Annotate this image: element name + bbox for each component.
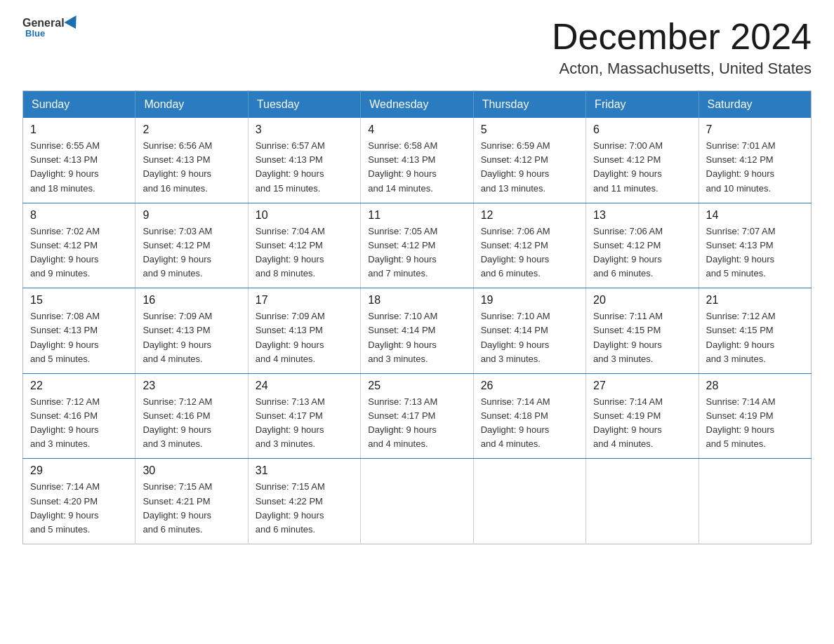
day-number: 4 (368, 123, 465, 136)
day-number: 6 (593, 123, 691, 136)
day-number: 18 (368, 294, 465, 307)
day-number: 22 (30, 380, 128, 392)
day-number: 9 (143, 209, 240, 222)
calendar-day-cell: 14Sunrise: 7:07 AMSunset: 4:13 PMDayligh… (699, 203, 811, 288)
day-info: Sunrise: 7:14 AMSunset: 4:20 PMDaylight:… (30, 480, 128, 537)
day-number: 30 (143, 464, 240, 477)
day-number: 8 (30, 209, 128, 222)
day-info: Sunrise: 7:10 AMSunset: 4:14 PMDaylight:… (368, 309, 465, 366)
day-info: Sunrise: 7:14 AMSunset: 4:19 PMDaylight:… (593, 395, 691, 452)
title-block: December 2024 Acton, Massachusetts, Unit… (552, 17, 812, 78)
logo-triangle-icon (64, 15, 81, 32)
day-info: Sunrise: 7:03 AMSunset: 4:12 PMDaylight:… (143, 224, 240, 281)
calendar-day-cell: 28Sunrise: 7:14 AMSunset: 4:19 PMDayligh… (699, 373, 811, 459)
day-info: Sunrise: 7:15 AMSunset: 4:22 PMDaylight:… (256, 480, 353, 537)
calendar-header-row: SundayMondayTuesdayWednesdayThursdayFrid… (23, 91, 812, 119)
day-info: Sunrise: 6:56 AMSunset: 4:13 PMDaylight:… (143, 139, 240, 196)
day-info: Sunrise: 6:55 AMSunset: 4:13 PMDaylight:… (30, 139, 128, 196)
day-of-week-header: Friday (586, 91, 699, 119)
calendar-day-cell: 24Sunrise: 7:13 AMSunset: 4:17 PMDayligh… (248, 373, 360, 459)
day-number: 2 (143, 123, 240, 136)
calendar-day-cell: 25Sunrise: 7:13 AMSunset: 4:17 PMDayligh… (361, 373, 473, 459)
day-number: 14 (706, 209, 804, 222)
calendar-week-row: 8Sunrise: 7:02 AMSunset: 4:12 PMDaylight… (23, 203, 812, 288)
day-number: 17 (256, 294, 353, 307)
day-number: 20 (593, 294, 691, 307)
day-info: Sunrise: 6:57 AMSunset: 4:13 PMDaylight:… (256, 139, 353, 196)
calendar-day-cell: 3Sunrise: 6:57 AMSunset: 4:13 PMDaylight… (248, 118, 360, 203)
calendar-day-cell: 20Sunrise: 7:11 AMSunset: 4:15 PMDayligh… (586, 288, 699, 374)
day-number: 23 (143, 380, 240, 392)
calendar-day-cell: 23Sunrise: 7:12 AMSunset: 4:16 PMDayligh… (135, 373, 248, 459)
calendar-day-cell (699, 459, 811, 544)
day-number: 31 (256, 464, 353, 477)
calendar-day-cell: 29Sunrise: 7:14 AMSunset: 4:20 PMDayligh… (23, 459, 135, 544)
day-number: 16 (143, 294, 240, 307)
calendar-day-cell: 31Sunrise: 7:15 AMSunset: 4:22 PMDayligh… (248, 459, 360, 544)
day-info: Sunrise: 7:13 AMSunset: 4:17 PMDaylight:… (368, 395, 465, 452)
calendar-day-cell: 17Sunrise: 7:09 AMSunset: 4:13 PMDayligh… (248, 288, 360, 374)
calendar-week-row: 15Sunrise: 7:08 AMSunset: 4:13 PMDayligh… (23, 288, 812, 374)
day-info: Sunrise: 7:08 AMSunset: 4:13 PMDaylight:… (30, 309, 128, 366)
calendar-table: SundayMondayTuesdayWednesdayThursdayFrid… (22, 90, 812, 544)
calendar-day-cell: 2Sunrise: 6:56 AMSunset: 4:13 PMDaylight… (135, 118, 248, 203)
day-info: Sunrise: 6:58 AMSunset: 4:13 PMDaylight:… (368, 139, 465, 196)
day-of-week-header: Saturday (699, 91, 811, 119)
day-of-week-header: Thursday (473, 91, 585, 119)
day-info: Sunrise: 7:05 AMSunset: 4:12 PMDaylight:… (368, 224, 465, 281)
calendar-day-cell: 16Sunrise: 7:09 AMSunset: 4:13 PMDayligh… (135, 288, 248, 374)
day-info: Sunrise: 7:04 AMSunset: 4:12 PMDaylight:… (256, 224, 353, 281)
day-number: 5 (481, 123, 578, 136)
day-info: Sunrise: 6:59 AMSunset: 4:12 PMDaylight:… (481, 139, 578, 196)
day-number: 19 (481, 294, 578, 307)
day-info: Sunrise: 7:06 AMSunset: 4:12 PMDaylight:… (481, 224, 578, 281)
calendar-day-cell: 27Sunrise: 7:14 AMSunset: 4:19 PMDayligh… (586, 373, 699, 459)
calendar-day-cell: 10Sunrise: 7:04 AMSunset: 4:12 PMDayligh… (248, 203, 360, 288)
calendar-day-cell: 26Sunrise: 7:14 AMSunset: 4:18 PMDayligh… (473, 373, 585, 459)
day-info: Sunrise: 7:12 AMSunset: 4:15 PMDaylight:… (706, 309, 804, 366)
day-number: 1 (30, 123, 128, 136)
day-info: Sunrise: 7:09 AMSunset: 4:13 PMDaylight:… (143, 309, 240, 366)
day-info: Sunrise: 7:12 AMSunset: 4:16 PMDaylight:… (30, 395, 128, 452)
calendar-day-cell (586, 459, 699, 544)
day-info: Sunrise: 7:07 AMSunset: 4:13 PMDaylight:… (706, 224, 804, 281)
day-number: 28 (706, 380, 804, 392)
calendar-day-cell: 19Sunrise: 7:10 AMSunset: 4:14 PMDayligh… (473, 288, 585, 374)
day-number: 11 (368, 209, 465, 222)
calendar-day-cell: 4Sunrise: 6:58 AMSunset: 4:13 PMDaylight… (361, 118, 473, 203)
day-number: 13 (593, 209, 691, 222)
day-info: Sunrise: 7:02 AMSunset: 4:12 PMDaylight:… (30, 224, 128, 281)
day-info: Sunrise: 7:09 AMSunset: 4:13 PMDaylight:… (256, 309, 353, 366)
day-number: 21 (706, 294, 804, 307)
day-number: 27 (593, 380, 691, 392)
calendar-week-row: 29Sunrise: 7:14 AMSunset: 4:20 PMDayligh… (23, 459, 812, 544)
day-number: 15 (30, 294, 128, 307)
day-info: Sunrise: 7:12 AMSunset: 4:16 PMDaylight:… (143, 395, 240, 452)
day-number: 3 (256, 123, 353, 136)
calendar-day-cell: 5Sunrise: 6:59 AMSunset: 4:12 PMDaylight… (473, 118, 585, 203)
calendar-day-cell: 15Sunrise: 7:08 AMSunset: 4:13 PMDayligh… (23, 288, 135, 374)
day-of-week-header: Sunday (23, 91, 135, 119)
logo: General Blue (22, 17, 80, 39)
day-number: 12 (481, 209, 578, 222)
day-info: Sunrise: 7:01 AMSunset: 4:12 PMDaylight:… (706, 139, 804, 196)
day-number: 29 (30, 464, 128, 477)
calendar-day-cell: 18Sunrise: 7:10 AMSunset: 4:14 PMDayligh… (361, 288, 473, 374)
day-number: 24 (256, 380, 353, 392)
month-title: December 2024 (552, 17, 812, 57)
calendar-day-cell: 12Sunrise: 7:06 AMSunset: 4:12 PMDayligh… (473, 203, 585, 288)
day-of-week-header: Tuesday (248, 91, 360, 119)
calendar-week-row: 1Sunrise: 6:55 AMSunset: 4:13 PMDaylight… (23, 118, 812, 203)
calendar-day-cell: 11Sunrise: 7:05 AMSunset: 4:12 PMDayligh… (361, 203, 473, 288)
page-header: General Blue December 2024 Acton, Massac… (22, 17, 812, 78)
day-info: Sunrise: 7:11 AMSunset: 4:15 PMDaylight:… (593, 309, 691, 366)
location-title: Acton, Massachusetts, United States (552, 60, 812, 78)
day-info: Sunrise: 7:14 AMSunset: 4:19 PMDaylight:… (706, 395, 804, 452)
day-info: Sunrise: 7:14 AMSunset: 4:18 PMDaylight:… (481, 395, 578, 452)
calendar-day-cell (361, 459, 473, 544)
calendar-day-cell: 6Sunrise: 7:00 AMSunset: 4:12 PMDaylight… (586, 118, 699, 203)
calendar-day-cell: 1Sunrise: 6:55 AMSunset: 4:13 PMDaylight… (23, 118, 135, 203)
calendar-day-cell: 22Sunrise: 7:12 AMSunset: 4:16 PMDayligh… (23, 373, 135, 459)
day-number: 10 (256, 209, 353, 222)
calendar-day-cell: 9Sunrise: 7:03 AMSunset: 4:12 PMDaylight… (135, 203, 248, 288)
